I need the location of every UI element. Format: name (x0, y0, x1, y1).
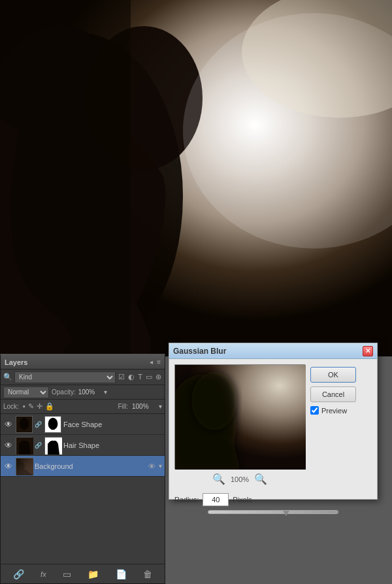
layer-eye-face[interactable]: 👁 (3, 419, 14, 430)
layer-fx-btn[interactable]: fx (38, 569, 49, 579)
layer-chain-hair: 🔗 (35, 442, 41, 449)
lock-transparent-icon[interactable]: ▪ (23, 402, 25, 411)
svg-point-8 (20, 417, 29, 429)
layer-eye-bg[interactable]: 👁 (3, 461, 14, 472)
layer-group-btn[interactable]: 📁 (85, 568, 101, 581)
layer-name-bg: Background (35, 462, 146, 470)
zoom-controls: 🔍 100% 🔍 (174, 473, 305, 485)
layer-bg-dropdown[interactable]: ▾ (159, 462, 162, 470)
zoom-out-btn[interactable]: 🔍 (212, 473, 225, 485)
layer-bg-visibility-extra[interactable]: 👁 (148, 462, 155, 470)
layer-thumb-hair (16, 437, 33, 454)
layers-panel: Layers ◂ ≡ 🔍 Kind ☑ ◐ T ▭ ⊛ Normal Opaci… (0, 354, 165, 584)
panel-menu-btn[interactable]: ≡ (157, 358, 161, 366)
gaussian-blur-dialog: Gaussian Blur ✕ (169, 343, 378, 500)
layers-filter-bar: 🔍 Kind ☑ ◐ T ▭ ⊛ (1, 369, 165, 385)
blend-bar: Normal Opacity: 100% ▾ (1, 385, 165, 400)
layer-mask-hair (44, 437, 61, 454)
radius-label: Radius: (174, 496, 199, 504)
preview-section: 🔍 100% 🔍 (174, 364, 305, 485)
layer-thumb-face (16, 416, 33, 433)
layer-thumb-bg (16, 458, 33, 475)
layer-chain-face: 🔗 (35, 421, 41, 428)
preview-checkbox[interactable] (310, 406, 319, 415)
dialog-body: 🔍 100% 🔍 OK Cancel Preview (169, 359, 377, 490)
adjust-filter-icon[interactable]: ◐ (127, 372, 135, 382)
layers-panel-title: Layers (5, 358, 27, 366)
layer-mask-face (44, 416, 61, 433)
svg-rect-14 (16, 458, 33, 475)
filter-icons: ☑ ◐ T ▭ ⊛ (118, 372, 162, 382)
type-filter-icon[interactable]: T (137, 372, 143, 382)
layer-mask-btn[interactable]: ▭ (60, 568, 74, 581)
delete-layer-btn[interactable]: 🗑 (140, 568, 155, 581)
dialog-close-btn[interactable]: ✕ (363, 346, 373, 356)
lock-bar: Lock: ▪ ✎ ✛ 🔒 Fill: 100% ▾ (1, 400, 165, 414)
new-layer-btn[interactable]: 📄 (113, 568, 129, 581)
layers-panel-header: Layers ◂ ≡ (1, 355, 165, 369)
smart-filter-icon[interactable]: ⊛ (155, 372, 162, 382)
layer-name-face: Face Shape (63, 421, 162, 428)
search-icon: 🔍 (3, 373, 12, 381)
lock-icons: ▪ ✎ ✛ 🔒 (23, 402, 54, 411)
pixel-filter-icon[interactable]: ☑ (118, 372, 125, 382)
dialog-title: Gaussian Blur (173, 347, 226, 356)
zoom-level-display: 100% (231, 475, 249, 483)
svg-point-16 (191, 371, 237, 430)
opacity-dropdown-arrow[interactable]: ▾ (104, 388, 107, 396)
fill-value: 100% (132, 403, 155, 410)
radius-row: Radius: Pixels (169, 490, 377, 509)
svg-rect-6 (0, 0, 131, 356)
lock-all-icon[interactable]: 🔒 (45, 402, 54, 411)
fill-dropdown-arrow[interactable]: ▾ (159, 403, 162, 410)
radius-input[interactable] (203, 493, 229, 506)
zoom-in-btn[interactable]: 🔍 (254, 473, 267, 485)
radius-slider-thumb[interactable] (283, 511, 289, 516)
slider-row (169, 509, 377, 515)
lock-pixels-icon[interactable]: ✎ (28, 402, 34, 411)
preview-canvas (174, 364, 305, 469)
opacity-value: 100% (78, 388, 101, 396)
layer-face-shape[interactable]: 👁 🔗 Face Shape (1, 414, 165, 435)
svg-point-10 (48, 417, 58, 429)
lock-position-icon[interactable]: ✛ (37, 402, 42, 411)
fill-label: Fill: (118, 403, 128, 410)
layer-link-btn[interactable]: 🔗 (10, 568, 27, 581)
lock-label: Lock: (3, 403, 19, 410)
layer-name-hair: Hair Shape (63, 441, 162, 449)
blend-mode-dropdown[interactable]: Normal (3, 386, 49, 398)
panel-collapse-btn[interactable]: ◂ (150, 358, 153, 366)
layer-eye-hair[interactable]: 👁 (3, 440, 14, 451)
layers-bottom-bar: 🔗 fx ▭ 📁 📄 🗑 (1, 564, 165, 583)
radius-slider-track[interactable] (208, 510, 338, 514)
preview-label: Preview (321, 407, 347, 415)
shape-filter-icon[interactable]: ▭ (145, 372, 153, 382)
preview-check-row: Preview (310, 406, 356, 415)
layer-background[interactable]: 👁 Background 👁 ▾ (1, 456, 165, 477)
dialog-right-panel: OK Cancel Preview (310, 364, 356, 485)
cancel-button[interactable]: Cancel (310, 386, 356, 402)
layer-filter-dropdown[interactable]: Kind (14, 371, 116, 383)
opacity-label: Opacity: (52, 388, 76, 396)
panel-controls: ◂ ≡ (150, 358, 161, 366)
ok-button[interactable]: OK (310, 367, 356, 383)
layer-hair-shape[interactable]: 👁 🔗 Hair Shape (1, 435, 165, 456)
pixels-label: Pixels (233, 496, 252, 504)
dialog-titlebar: Gaussian Blur ✕ (169, 343, 377, 359)
